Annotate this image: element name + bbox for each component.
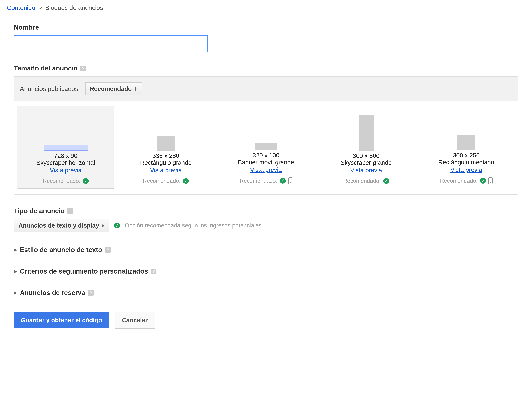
recommended-row: Recomendado: ✓: [120, 178, 212, 184]
section-label: Criterios de seguimiento personalizados: [20, 267, 148, 275]
section-label: Estilo de anuncio de texto: [20, 246, 102, 254]
check-icon: ✓: [280, 178, 286, 184]
section-custom-tracking[interactable]: ▶ Criterios de seguimiento personalizado…: [14, 260, 518, 282]
name-input[interactable]: [14, 35, 208, 52]
size-name: Skyscraper grande: [320, 159, 412, 166]
save-button[interactable]: Guardar y obtener el código: [14, 312, 109, 329]
preview-link[interactable]: Vista previa: [420, 166, 513, 173]
size-dim: 300 x 600: [320, 152, 412, 159]
ad-size-grid: 728 x 90 Skyscraper horizontal Vista pre…: [14, 101, 518, 194]
preview-link[interactable]: Vista previa: [19, 167, 112, 174]
action-row: Guardar y obtener el código Cancelar: [14, 312, 518, 329]
size-name: Skyscraper horizontal: [19, 159, 112, 166]
ad-type-label-text: Tipo de anuncio: [14, 207, 65, 215]
ad-size-panel: Anuncios publicados Recomendado ▲▼ 728 x…: [14, 76, 518, 195]
ad-type-field: Tipo de anuncio ? Anuncios de texto y di…: [14, 207, 518, 232]
size-filter-selected: Recomendado: [90, 85, 132, 92]
name-label: Nombre: [14, 24, 518, 31]
check-icon: ✓: [83, 178, 89, 184]
ad-size-label-text: Tamaño del anuncio: [14, 64, 78, 72]
ad-type-reco-note: Opción recomendada según los ingresos po…: [125, 222, 262, 229]
name-field: Nombre: [14, 24, 518, 52]
check-icon: ✓: [183, 178, 189, 184]
size-shape-icon: [457, 135, 475, 150]
check-icon: ✓: [383, 178, 389, 184]
size-shape-icon: [157, 136, 175, 151]
breadcrumb-current: Bloques de anuncios: [45, 4, 103, 11]
preview-link[interactable]: Vista previa: [220, 166, 312, 173]
help-icon[interactable]: ?: [105, 247, 111, 253]
ad-type-dropdown[interactable]: Anuncios de texto y display ▲▼: [14, 219, 109, 232]
recommended-row: Recomendado: ✓: [220, 177, 312, 184]
recommended-row: Recomendado: ✓: [320, 178, 412, 184]
preview-link[interactable]: Vista previa: [120, 167, 212, 174]
cancel-button[interactable]: Cancelar: [115, 312, 155, 329]
section-backup-ads[interactable]: ▶ Anuncios de reserva ?: [14, 282, 518, 303]
ad-size-field: Tamaño del anuncio ? Anuncios publicados…: [14, 64, 518, 195]
recommended-label: Recomendado:: [440, 178, 478, 184]
check-icon: ✓: [480, 178, 486, 184]
size-dim: 728 x 90: [19, 152, 112, 159]
check-icon: ✓: [114, 223, 120, 228]
mobile-icon: [488, 177, 493, 184]
size-shape-icon: [255, 143, 277, 150]
size-dim: 320 x 100: [220, 152, 312, 159]
help-icon[interactable]: ?: [68, 208, 73, 214]
size-shape-icon: [44, 145, 88, 151]
recommended-label: Recomendado:: [343, 178, 381, 184]
size-name: Rectángulo grande: [120, 159, 212, 166]
recommended-label: Recomendado:: [240, 178, 277, 184]
ad-type-label: Tipo de anuncio ?: [14, 207, 518, 215]
ad-size-panel-header: Anuncios publicados Recomendado ▲▼: [14, 76, 518, 101]
breadcrumb: Contenido > Bloques de anuncios: [0, 0, 532, 15]
size-name: Banner móvil grande: [220, 159, 312, 166]
ad-size-label: Tamaño del anuncio ?: [14, 64, 518, 72]
caret-right-icon: ▶: [14, 247, 17, 252]
section-text-style[interactable]: ▶ Estilo de anuncio de texto ?: [14, 239, 518, 260]
breadcrumb-root-link[interactable]: Contenido: [7, 4, 35, 11]
section-label: Anuncios de reserva: [20, 289, 85, 296]
published-ads-label: Anuncios publicados: [20, 85, 78, 93]
help-icon[interactable]: ?: [88, 290, 94, 295]
size-dim: 336 x 280: [120, 152, 212, 159]
sort-arrows-icon: ▲▼: [134, 87, 137, 91]
recommended-row: Recomendado: ✓: [420, 177, 513, 184]
size-card-300x250[interactable]: 300 x 250 Rectángulo mediano Vista previ…: [417, 105, 515, 189]
recommended-label: Recomendado:: [43, 178, 80, 184]
preview-link[interactable]: Vista previa: [320, 167, 412, 174]
caret-right-icon: ▶: [14, 290, 17, 295]
recommended-row: Recomendado: ✓: [19, 178, 112, 184]
size-card-320x100[interactable]: 320 x 100 Banner móvil grande Vista prev…: [217, 105, 315, 189]
size-filter-dropdown[interactable]: Recomendado ▲▼: [85, 82, 142, 95]
help-icon[interactable]: ?: [80, 66, 86, 71]
size-name: Rectángulo mediano: [420, 159, 513, 166]
mobile-icon: [288, 177, 292, 184]
size-shape-icon: [358, 115, 374, 151]
recommended-label: Recomendado:: [143, 178, 181, 184]
size-card-300x600[interactable]: 300 x 600 Skyscraper grande Vista previa…: [317, 105, 415, 189]
ad-type-selected: Anuncios de texto y display: [19, 222, 99, 229]
help-icon[interactable]: ?: [151, 268, 156, 274]
size-card-336x280[interactable]: 336 x 280 Rectángulo grande Vista previa…: [117, 105, 215, 189]
size-card-728x90[interactable]: 728 x 90 Skyscraper horizontal Vista pre…: [17, 105, 115, 189]
caret-right-icon: ▶: [14, 269, 17, 274]
breadcrumb-separator: >: [39, 4, 42, 11]
sort-arrows-icon: ▲▼: [101, 224, 105, 227]
size-dim: 300 x 250: [420, 152, 513, 159]
